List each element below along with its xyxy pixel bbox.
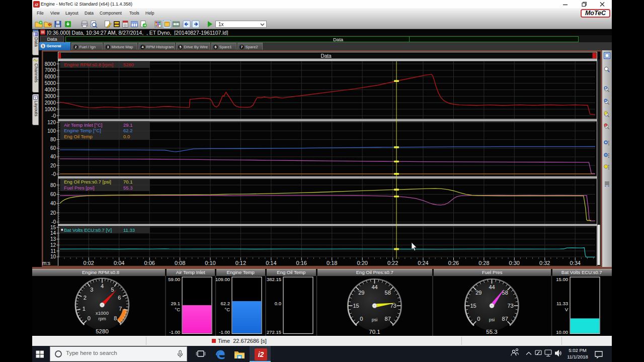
svg-text:0:24: 0:24 <box>418 260 428 266</box>
svg-text:0:16: 0:16 <box>296 260 307 266</box>
svg-text:12: 12 <box>50 242 56 248</box>
svg-text:60: 60 <box>50 192 56 197</box>
svg-text:20: 20 <box>50 210 56 216</box>
svg-text:-0: -0 <box>51 171 56 177</box>
svg-text:13: 13 <box>50 236 56 242</box>
svg-text:87: 87 <box>385 316 391 322</box>
svg-text:0: 0 <box>477 316 480 322</box>
svg-text:-1.00: -1.00 <box>219 329 230 335</box>
svg-text:11.33: 11.33 <box>123 227 135 233</box>
svg-text:40: 40 <box>50 154 56 159</box>
svg-text:2: 2 <box>84 295 87 301</box>
svg-text:1: 1 <box>83 306 86 312</box>
svg-text:i2: i2 <box>35 3 38 7</box>
svg-text:60: 60 <box>50 145 56 151</box>
svg-text:29: 29 <box>475 290 481 296</box>
svg-text:40: 40 <box>50 201 56 206</box>
svg-text:Fuel Pres [psi]: Fuel Pres [psi] <box>64 185 95 191</box>
svg-text:10.00: 10.00 <box>556 329 568 335</box>
svg-text:Engine Temp [°C]: Engine Temp [°C] <box>64 128 101 133</box>
svg-text:109.00: 109.00 <box>215 277 230 282</box>
svg-text:Data: Data <box>320 53 332 59</box>
svg-text:0:30: 0:30 <box>509 260 520 266</box>
svg-text:10: 10 <box>50 254 56 259</box>
svg-text:80: 80 <box>50 183 56 188</box>
svg-text:6: 6 <box>118 295 121 301</box>
svg-text:2000: 2000 <box>45 100 56 106</box>
svg-text:8000: 8000 <box>45 61 56 67</box>
svg-text:-1.00: -1.00 <box>169 329 180 335</box>
svg-text:psi: psi <box>489 317 495 322</box>
svg-text:55.3: 55.3 <box>123 185 133 191</box>
svg-text:°C: °C <box>224 307 230 312</box>
svg-text:0:28: 0:28 <box>478 260 489 266</box>
svg-text:Eng Oil Pres:s0.7 [psi]: Eng Oil Pres:s0.7 [psi] <box>64 179 111 185</box>
svg-text:14: 14 <box>50 230 56 236</box>
svg-text:80: 80 <box>50 137 56 142</box>
svg-text:-0: -0 <box>51 113 56 119</box>
svg-text:psi: psi <box>372 317 378 322</box>
svg-text:58: 58 <box>502 290 508 296</box>
svg-text:29.1: 29.1 <box>123 122 133 128</box>
svg-text:29: 29 <box>358 290 364 296</box>
svg-text:44: 44 <box>371 284 377 290</box>
svg-text:5: 5 <box>111 287 114 293</box>
svg-text:8: 8 <box>114 315 117 321</box>
svg-text:11: 11 <box>51 248 56 254</box>
svg-text:5280: 5280 <box>123 62 134 67</box>
svg-text:0:22: 0:22 <box>387 260 398 266</box>
svg-text:4: 4 <box>101 283 104 289</box>
svg-text:0:34: 0:34 <box>570 260 580 266</box>
svg-text:272.15: 272.15 <box>267 329 281 335</box>
svg-text:0:12: 0:12 <box>235 260 246 266</box>
svg-text:Engine RPM:s0.8 [rpm]: Engine RPM:s0.8 [rpm] <box>64 62 113 67</box>
svg-text:0:06: 0:06 <box>144 260 154 266</box>
svg-text:73: 73 <box>507 303 513 309</box>
svg-text:11.33: 11.33 <box>556 301 568 306</box>
svg-text:0:14: 0:14 <box>266 260 276 266</box>
svg-text:58: 58 <box>385 290 391 296</box>
svg-text:x1000: x1000 <box>96 310 109 316</box>
svg-text:0: 0 <box>360 316 363 322</box>
svg-text:44: 44 <box>489 284 495 290</box>
svg-text:70.1: 70.1 <box>123 179 133 185</box>
svg-text:20: 20 <box>50 163 56 168</box>
svg-text:6000: 6000 <box>45 74 56 79</box>
svg-text:29.1: 29.1 <box>171 301 181 306</box>
svg-text:0:32: 0:32 <box>539 260 550 266</box>
svg-text:3000: 3000 <box>45 94 56 99</box>
svg-text:15: 15 <box>50 225 56 230</box>
svg-text:Bat Volts ECU:s0.7 [V]: Bat Volts ECU:s0.7 [V] <box>64 227 112 233</box>
svg-text:59.00: 59.00 <box>168 277 180 282</box>
svg-text:62.2: 62.2 <box>123 128 133 133</box>
svg-text:3: 3 <box>90 287 93 293</box>
svg-text:rpm: rpm <box>98 316 106 321</box>
svg-text:0:08: 0:08 <box>175 260 185 266</box>
svg-text:1000: 1000 <box>45 107 56 112</box>
svg-text:0:02: 0:02 <box>84 260 94 266</box>
svg-text:i2: i2 <box>258 350 264 358</box>
svg-text:0:18: 0:18 <box>327 260 337 266</box>
svg-text:120: 120 <box>47 120 56 125</box>
svg-text:0.0: 0.0 <box>123 134 130 139</box>
svg-text:7000: 7000 <box>45 67 56 73</box>
svg-text:0:04: 0:04 <box>114 260 124 266</box>
svg-text:15: 15 <box>353 303 359 309</box>
svg-text:m:s: m:s <box>42 260 50 266</box>
svg-text:0: 0 <box>88 315 91 321</box>
svg-text:382.15: 382.15 <box>267 277 281 282</box>
svg-text:7: 7 <box>119 306 122 312</box>
svg-text:°C: °C <box>175 307 180 312</box>
svg-text:5280: 5280 <box>96 328 109 334</box>
svg-text:Eng Oil Temp: Eng Oil Temp <box>64 134 93 139</box>
svg-text:V: V <box>565 307 569 312</box>
svg-text:15.00: 15.00 <box>556 277 568 282</box>
svg-text:15: 15 <box>470 303 476 309</box>
svg-text:100: 100 <box>47 128 56 134</box>
svg-text:0:20: 0:20 <box>357 260 367 266</box>
svg-text:70.1: 70.1 <box>369 329 380 335</box>
svg-text:0.0: 0.0 <box>275 301 281 306</box>
svg-text:55.3: 55.3 <box>486 329 497 335</box>
svg-text:4000: 4000 <box>45 87 56 93</box>
svg-text:62.2: 62.2 <box>221 301 230 306</box>
